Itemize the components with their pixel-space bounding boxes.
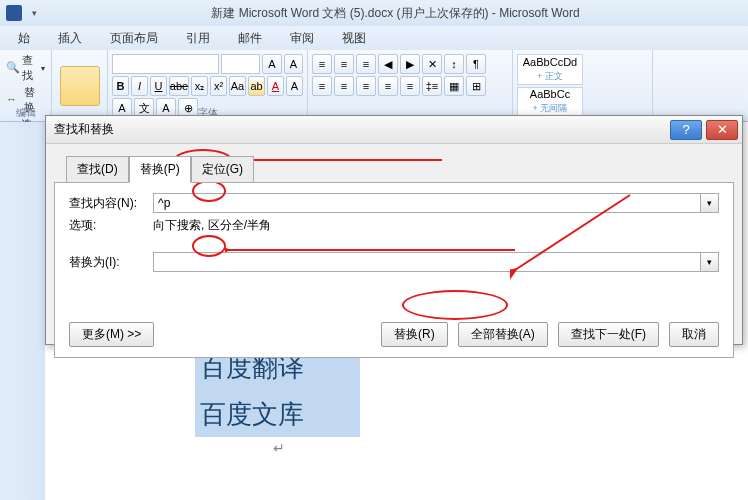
align-left-button[interactable]: ≡ — [312, 76, 332, 96]
tab-insert[interactable]: 插入 — [44, 26, 96, 51]
style-normal[interactable]: AaBbCcDd + 正文 — [517, 54, 583, 85]
tab-goto[interactable]: 定位(G) — [191, 156, 254, 183]
strikethrough-button[interactable]: abe — [169, 76, 189, 96]
find-what-label: 查找内容(N): — [69, 195, 153, 212]
binoculars-icon: 🔍 — [6, 61, 20, 75]
tab-review[interactable]: 审阅 — [276, 26, 328, 51]
change-case-button[interactable]: Aa — [229, 76, 246, 96]
replace-with-label: 替换为(I): — [69, 254, 153, 271]
tab-home[interactable]: 始 — [4, 26, 44, 51]
font-group: A A B I U abe x₂ x² Aa ab A A A 文 A ⊕ 字体 — [108, 50, 308, 121]
italic-button[interactable]: I — [131, 76, 148, 96]
dialog-body: 查找内容(N): ▾ 选项: 向下搜索, 区分全/半角 替换为(I): ▾ 更多… — [54, 182, 734, 358]
highlight-button[interactable]: ab — [248, 76, 265, 96]
replace-with-input[interactable] — [153, 252, 701, 272]
title-bar: ▾ 新建 Microsoft Word 文档 (5).docx (用户上次保存的… — [0, 0, 748, 26]
tab-layout[interactable]: 页面布局 — [96, 26, 172, 51]
subscript-button[interactable]: x₂ — [191, 76, 208, 96]
char-border-button[interactable]: A — [286, 76, 303, 96]
dialog-title-bar[interactable]: 查找和替换 ? ✕ — [46, 116, 742, 144]
find-replace-dialog: 查找和替换 ? ✕ 查找(D) 替换(P) 定位(G) 查找内容(N): ▾ 选… — [45, 115, 743, 345]
style-name-label: + 正文 — [537, 70, 563, 83]
increase-indent-button[interactable]: ▶ — [400, 54, 420, 74]
numbering-button[interactable]: ≡ — [334, 54, 354, 74]
superscript-button[interactable]: x² — [210, 76, 227, 96]
styles-group: AaBbCcDd + 正文 AaBbCc + 无间隔 — [513, 50, 653, 121]
left-margin — [0, 122, 45, 500]
bold-button[interactable]: B — [112, 76, 129, 96]
borders-button[interactable]: ⊞ — [466, 76, 486, 96]
window-title: 新建 Microsoft Word 文档 (5).docx (用户上次保存的) … — [43, 5, 748, 22]
align-center-button[interactable]: ≡ — [334, 76, 354, 96]
find-next-button[interactable]: 查找下一处(F) — [558, 322, 659, 347]
clipboard-group — [52, 50, 108, 121]
tab-find[interactable]: 查找(D) — [66, 156, 129, 183]
show-marks-button[interactable]: ¶ — [466, 54, 486, 74]
bullets-button[interactable]: ≡ — [312, 54, 332, 74]
chevron-down-icon: ▾ — [41, 64, 45, 73]
replace-history-dropdown[interactable]: ▾ — [701, 252, 719, 272]
distribute-button[interactable]: ≡ — [400, 76, 420, 96]
editing-group-label: 编辑 — [0, 106, 51, 120]
shading-button[interactable]: ▦ — [444, 76, 464, 96]
ribbon-tabs: 始 插入 页面布局 引用 邮件 审阅 视图 — [0, 26, 748, 50]
more-button[interactable]: 更多(M) >> — [69, 322, 154, 347]
find-label: 查找 — [22, 53, 39, 83]
tab-mail[interactable]: 邮件 — [224, 26, 276, 51]
font-color-button[interactable]: A — [267, 76, 284, 96]
find-button[interactable]: 🔍 查找 ▾ — [4, 52, 47, 84]
ribbon: 🔍 查找 ▾ ↔ 替换 ↖ 选择 ▾ 编辑 A A B I U abe x₂ — [0, 50, 748, 122]
dialog-title-text: 查找和替换 — [54, 121, 670, 138]
replace-button[interactable]: 替换(R) — [381, 322, 448, 347]
justify-button[interactable]: ≡ — [378, 76, 398, 96]
options-value: 向下搜索, 区分全/半角 — [153, 217, 271, 234]
qat-dropdown-icon[interactable]: ▾ — [32, 8, 37, 18]
dialog-close-button[interactable]: ✕ — [706, 120, 738, 140]
decrease-indent-button[interactable]: ◀ — [378, 54, 398, 74]
dialog-tabs: 查找(D) 替换(P) 定位(G) — [66, 156, 742, 183]
underline-button[interactable]: U — [150, 76, 167, 96]
find-history-dropdown[interactable]: ▾ — [701, 193, 719, 213]
tab-replace[interactable]: 替换(P) — [129, 156, 191, 183]
font-size-dropdown[interactable] — [221, 54, 260, 74]
find-what-input[interactable] — [153, 193, 701, 213]
font-name-dropdown[interactable] — [112, 54, 219, 74]
editing-group: 🔍 查找 ▾ ↔ 替换 ↖ 选择 ▾ 编辑 — [0, 50, 52, 121]
style-name-label: + 无间隔 — [533, 102, 568, 115]
multilevel-button[interactable]: ≡ — [356, 54, 376, 74]
dialog-help-button[interactable]: ? — [670, 120, 702, 140]
grow-font-button[interactable]: A — [262, 54, 281, 74]
shrink-font-button[interactable]: A — [284, 54, 303, 74]
paragraph-mark-icon: ↵ — [273, 440, 285, 456]
paste-button[interactable] — [60, 66, 100, 106]
doc-line-2: 百度文库 — [200, 397, 304, 432]
paragraph-group: ≡ ≡ ≡ ◀ ▶ ✕ ↕ ¶ ≡ ≡ ≡ ≡ ≡ ‡≡ ▦ ⊞ — [308, 50, 513, 121]
asian-layout-button[interactable]: ✕ — [422, 54, 442, 74]
replace-all-button[interactable]: 全部替换(A) — [458, 322, 548, 347]
sort-button[interactable]: ↕ — [444, 54, 464, 74]
style-preview: AaBbCc — [530, 88, 570, 100]
cancel-button[interactable]: 取消 — [669, 322, 719, 347]
options-label: 选项: — [69, 217, 153, 234]
tab-view[interactable]: 视图 — [328, 26, 380, 51]
style-preview: AaBbCcDd — [523, 56, 577, 68]
line-spacing-button[interactable]: ‡≡ — [422, 76, 442, 96]
style-nospacing[interactable]: AaBbCc + 无间隔 — [517, 87, 583, 118]
align-right-button[interactable]: ≡ — [356, 76, 376, 96]
tab-references[interactable]: 引用 — [172, 26, 224, 51]
word-icon — [6, 5, 22, 21]
replace-icon: ↔ — [6, 93, 22, 107]
